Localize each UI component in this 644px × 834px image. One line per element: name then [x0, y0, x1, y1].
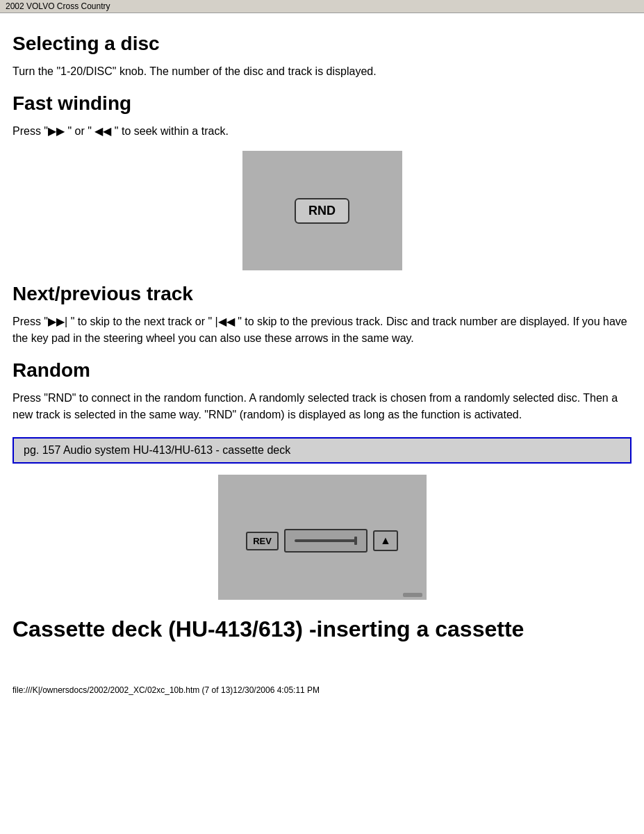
random-heading: Random — [13, 359, 631, 382]
cassette-image-box: REV ▲ — [218, 475, 427, 600]
top-bar-title: 2002 VOLVO Cross Country — [6, 1, 110, 11]
cassette-deck-heading: Cassette deck (HU-413/613) -inserting a … — [13, 616, 631, 642]
selecting-disc-heading: Selecting a disc — [13, 33, 631, 55]
next-prev-heading: Next/previous track — [13, 283, 631, 305]
fast-winding-mid: " or " — [65, 125, 94, 137]
selecting-disc-body: Turn the "1-20/DISC" knob. The number of… — [13, 63, 631, 80]
fast-winding-prefix: Press " — [13, 125, 48, 137]
next-prev-prefix: Press " — [13, 316, 48, 327]
random-body: Press "RND" to connect in the random fun… — [13, 390, 631, 423]
main-content: Selecting a disc Turn the "1-20/DISC" kn… — [0, 13, 644, 666]
rnd-image-box: RND — [242, 151, 402, 270]
next-prev-mid: " to skip to the next track or " — [67, 316, 215, 327]
next-track-symbol: ▶▶| — [48, 316, 67, 327]
fast-winding-body: Press "▶▶ " or " ◀◀ " to seek within a t… — [13, 123, 631, 140]
top-bar: 2002 VOLVO Cross Country — [0, 0, 644, 13]
fast-forward-symbol: ▶▶ — [48, 125, 65, 137]
cassette-slot-visual — [284, 529, 368, 553]
prev-track-symbol: |◀◀ — [215, 316, 235, 327]
footer: file:///K|/ownersdocs/2002/2002_XC/02xc_… — [0, 680, 644, 701]
cassette-slot-inner — [295, 539, 357, 542]
fast-winding-heading: Fast winding — [13, 92, 631, 115]
cassette-image-container: REV ▲ — [13, 475, 631, 600]
page-link-text: pg. 157 Audio system HU-413/HU-613 - cas… — [24, 444, 290, 456]
rewind-symbol: ◀◀ — [94, 125, 111, 137]
scroll-bar-visual — [403, 593, 422, 597]
fast-winding-suffix: " to seek within a track. — [111, 125, 228, 137]
page-link-bar[interactable]: pg. 157 Audio system HU-413/HU-613 - cas… — [13, 437, 631, 464]
footer-text: file:///K|/ownersdocs/2002/2002_XC/02xc_… — [13, 685, 320, 695]
rnd-button-visual: RND — [295, 198, 349, 224]
rev-button-visual: REV — [246, 532, 279, 550]
next-prev-body: Press "▶▶| " to skip to the next track o… — [13, 313, 631, 347]
rnd-image-container: RND — [13, 151, 631, 270]
eject-button-visual: ▲ — [373, 530, 398, 551]
cassette-controls: REV ▲ — [246, 529, 398, 553]
